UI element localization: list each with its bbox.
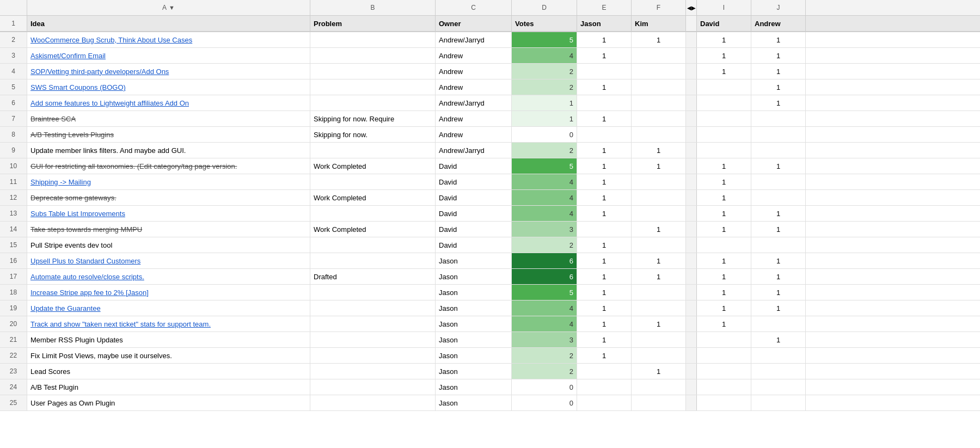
table-row: 4SOP/Vetting third-party developers/Add … <box>0 64 980 79</box>
idea-header[interactable]: Idea <box>27 16 310 31</box>
problem-text: Skipping for now. <box>314 131 367 139</box>
idea-cell: A/B Test Plugin <box>27 379 310 395</box>
col-c-header[interactable]: C <box>436 0 512 15</box>
table-row: 11Shipping -> MailingDavid411 <box>0 174 980 190</box>
table-row: 7Braintree SCASkipping for now. RequireA… <box>0 111 980 127</box>
jason-cell <box>577 95 632 111</box>
david-cell: 1 <box>697 222 751 237</box>
owner-cell: Jason <box>436 316 512 332</box>
row-num-cell: 16 <box>0 253 27 268</box>
votes-cell: 1 <box>512 111 577 126</box>
idea-link[interactable]: Subs Table List Improvements <box>30 210 125 218</box>
andrew-cell: 1 <box>751 32 806 47</box>
col-a-header[interactable]: A ▼ <box>27 0 310 15</box>
row-num-cell: 23 <box>0 364 27 379</box>
votes-header[interactable]: Votes <box>512 16 577 31</box>
owner-header[interactable]: Owner <box>436 16 512 31</box>
jason-value: 1 <box>602 289 606 297</box>
idea-link[interactable]: Track and show "taken next ticket" stats… <box>30 320 211 328</box>
table-row: 18Increase Stripe app fee to 2% [Jason]J… <box>0 285 980 300</box>
idea-text: User Pages as Own Plugin <box>30 399 115 407</box>
idea-link[interactable]: Add some features to Lightweight affilia… <box>30 99 189 107</box>
votes-cell: 2 <box>512 143 577 158</box>
david-header[interactable]: David <box>697 16 751 31</box>
idea-link[interactable]: SWS Smart Coupons (BOGO) <box>30 83 126 91</box>
col-e-header[interactable]: E <box>577 0 632 15</box>
idea-text: Pull Stripe events dev tool <box>30 241 112 249</box>
owner-cell: Jason <box>436 348 512 363</box>
andrew-cell <box>751 316 806 332</box>
votes-value: 4 <box>569 304 573 312</box>
nav-right-icon[interactable]: ▶ <box>691 5 696 11</box>
votes-cell: 4 <box>512 48 577 63</box>
david-cell <box>697 95 751 111</box>
idea-link[interactable]: Shipping -> Mailing <box>30 178 91 186</box>
idea-link[interactable]: Upsell Plus to Standard Customers <box>30 257 140 265</box>
problem-text: Drafted <box>314 273 337 281</box>
column-nav-arrows[interactable]: ◀ ▶ <box>686 0 697 15</box>
col-d-header[interactable]: D <box>512 0 577 15</box>
idea-text: Fix Limit Post Views, maybe use it ourse… <box>30 352 172 360</box>
idea-cell: GUI for restricting all taxonomies. (Edi… <box>27 158 310 174</box>
idea-link[interactable]: Askismet/Confirm Email <box>30 52 106 60</box>
idea-text: Update member links filters. And maybe a… <box>30 146 186 155</box>
problem-cell <box>310 143 436 158</box>
votes-value: 3 <box>569 336 573 344</box>
idea-link[interactable]: SOP/Vetting third-party developers/Add O… <box>30 67 169 76</box>
jason-header[interactable]: Jason <box>577 16 632 31</box>
owner-text: David <box>439 194 457 202</box>
row-nav-spacer <box>686 364 697 379</box>
david-value: 1 <box>722 225 726 234</box>
david-cell <box>697 395 751 410</box>
andrew-cell: 1 <box>751 285 806 300</box>
jason-value: 1 <box>602 241 606 249</box>
col-b-header[interactable]: B <box>310 0 436 15</box>
idea-link[interactable]: Automate auto resolve/close scripts. <box>30 273 144 281</box>
votes-value: 5 <box>569 36 573 44</box>
problem-text: Work Completed <box>314 194 366 202</box>
jason-cell: 1 <box>577 300 632 316</box>
owner-text: Jason <box>439 352 458 360</box>
kim-value: 1 <box>657 320 660 328</box>
idea-cell: User Pages as Own Plugin <box>27 395 310 410</box>
david-cell: 1 <box>697 316 751 332</box>
votes-cell: 3 <box>512 332 577 347</box>
row-num-cell: 2 <box>0 32 27 47</box>
row-nav-spacer <box>686 253 697 268</box>
votes-cell: 0 <box>512 379 577 395</box>
votes-value: 3 <box>569 225 573 234</box>
idea-text: Deprecate some gateways. <box>30 194 117 202</box>
votes-cell: 2 <box>512 64 577 79</box>
owner-text: David <box>439 162 457 170</box>
table-row: 8A/B Testing Levels PluginsSkipping for … <box>0 127 980 143</box>
jason-cell: 1 <box>577 253 632 268</box>
row-num-cell: 11 <box>0 174 27 189</box>
idea-link[interactable]: Increase Stripe app fee to 2% [Jason] <box>30 289 149 297</box>
idea-link[interactable]: Update the Guarantee <box>30 304 101 312</box>
david-value: 1 <box>722 289 726 297</box>
col-j-header[interactable]: J <box>751 0 806 15</box>
kim-header[interactable]: Kim <box>632 16 686 31</box>
row-nav-spacer <box>686 48 697 63</box>
david-value: 1 <box>722 320 726 328</box>
votes-cell: 0 <box>512 395 577 410</box>
kim-cell: 1 <box>632 269 686 284</box>
owner-text: Andrew/Jarryd <box>439 99 485 107</box>
idea-link[interactable]: WooCommerce Bug Scrub, Think About Use C… <box>30 36 192 44</box>
col-i-header[interactable]: I <box>697 0 751 15</box>
col-f-header[interactable]: F <box>632 0 686 15</box>
andrew-cell: 1 <box>751 222 806 237</box>
nav-left-icon[interactable]: ◀ <box>687 5 691 11</box>
table-row: 24A/B Test PluginJason0 <box>0 379 980 395</box>
owner-cell: Jason <box>436 379 512 395</box>
sort-arrow-icon: ▼ <box>169 4 175 11</box>
andrew-value: 1 <box>776 83 780 91</box>
david-cell: 1 <box>697 158 751 174</box>
andrew-header[interactable]: Andrew <box>751 16 806 31</box>
owner-text: David <box>439 225 457 234</box>
owner-cell: David <box>436 158 512 174</box>
votes-value: 2 <box>569 352 573 360</box>
owner-cell: Andrew/Jarryd <box>436 95 512 111</box>
problem-header[interactable]: Problem <box>310 16 436 31</box>
jason-cell <box>577 379 632 395</box>
